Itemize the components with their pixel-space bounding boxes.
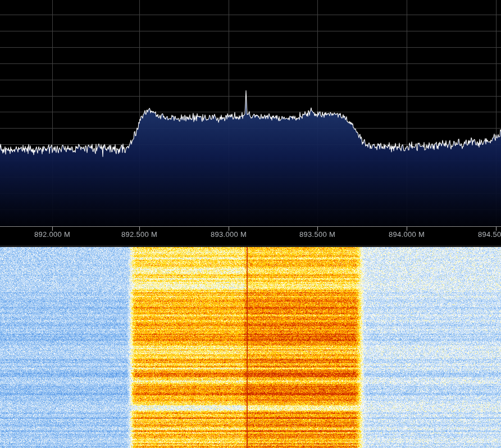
spectrum-plot-canvas[interactable] — [0, 0, 501, 245]
sdr-receiver-view: 892.000 M 892.500 M 893.000 M 893.500 M … — [0, 0, 501, 448]
waterfall-canvas[interactable] — [0, 245, 501, 448]
waterfall-panel — [0, 245, 501, 448]
spectrum-panel: 892.000 M 892.500 M 893.000 M 893.500 M … — [0, 0, 501, 245]
tuned-frequency-marker[interactable] — [247, 247, 248, 448]
